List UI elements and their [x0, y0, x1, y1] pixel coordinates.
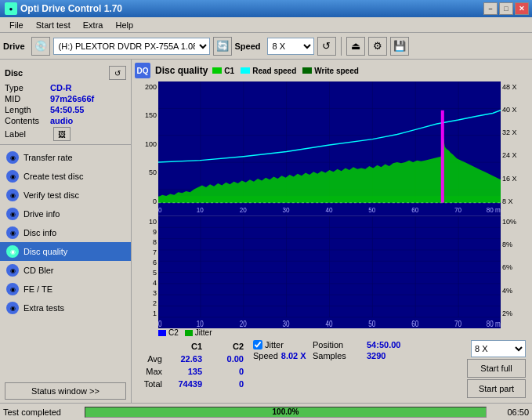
- nav-transfer-rate[interactable]: ◉ Transfer rate: [0, 148, 131, 167]
- jitter-speed-area: Jitter Speed 8.02 X: [247, 340, 309, 360]
- svg-text:70: 70: [454, 319, 461, 328]
- start-full-btn[interactable]: Start full: [467, 359, 526, 378]
- c2-label: C2: [168, 328, 179, 337]
- maximize-button[interactable]: □: [499, 2, 513, 15]
- rotate-icon-btn[interactable]: ↺: [317, 37, 336, 56]
- nav-icon-transfer: ◉: [6, 151, 19, 164]
- nav-disc-quality[interactable]: ◉ Disc quality: [0, 242, 131, 261]
- close-button[interactable]: ✕: [515, 2, 529, 15]
- jitter-checkbox[interactable]: [253, 340, 262, 349]
- nav-fe-te[interactable]: ◉ FE / TE: [0, 280, 131, 299]
- top-chart-svg: 0 10 20 30 40 50 60 70 80 min: [158, 81, 501, 216]
- right-panel: DQ Disc quality C1 Read speed Write spee…: [132, 60, 532, 403]
- stats-avg-row: Avg 22.63 0.00: [138, 353, 244, 365]
- stats-max-label: Max: [138, 367, 165, 376]
- nav-verify-test-disc[interactable]: ◉ Verify test disc: [0, 186, 131, 205]
- speed-select[interactable]: 8 X: [267, 38, 314, 55]
- position-value: 54:50.00: [367, 340, 400, 349]
- svg-text:50: 50: [368, 319, 375, 328]
- c2-legend-box: [158, 330, 166, 336]
- top-chart-area: 0 10 20 30 40 50 60 70 80 min: [158, 81, 501, 216]
- nav-extra-tests[interactable]: ◉ Extra tests: [0, 299, 131, 317]
- speed-label: Speed: [253, 351, 278, 360]
- chart-legend: C1 Read speed Write speed: [212, 67, 358, 75]
- disc-label-icon-btn[interactable]: 🖼: [53, 127, 71, 141]
- stats-max-row: Max 135 0: [138, 365, 244, 378]
- disc-quality-icon: DQ: [135, 63, 150, 78]
- svg-text:60: 60: [411, 205, 418, 214]
- svg-text:40: 40: [325, 205, 332, 214]
- svg-text:20: 20: [240, 319, 247, 328]
- legend-write-speed-box: [302, 67, 312, 74]
- nav-label-disc: Disc info: [24, 228, 56, 237]
- title-bar: ● Opti Drive Control 1.70 – □ ✕: [0, 0, 532, 17]
- svg-text:60: 60: [411, 319, 418, 328]
- nav-drive-info[interactable]: ◉ Drive info: [0, 205, 131, 223]
- nav-label-bler: CD Bler: [24, 266, 54, 275]
- disc-title: Disc: [5, 68, 23, 78]
- menu-extra[interactable]: Extra: [77, 19, 110, 31]
- nav-label-drive: Drive info: [24, 209, 60, 219]
- nav-label-create: Create test disc: [24, 172, 83, 181]
- samples-value: 3290: [367, 351, 385, 360]
- disc-contents-value: audio: [50, 116, 73, 125]
- nav-disc-info[interactable]: ◉ Disc info: [0, 223, 131, 242]
- nav-create-test-disc[interactable]: ◉ Create test disc: [0, 167, 131, 186]
- svg-text:20: 20: [240, 205, 247, 214]
- svg-text:0: 0: [158, 205, 162, 214]
- refresh-drive-btn[interactable]: 🔄: [213, 37, 232, 56]
- disc-quality-header: DQ Disc quality C1 Read speed Write spee…: [135, 63, 529, 78]
- drive-select[interactable]: (H:) PLEXTOR DVDR PX-755A 1.08: [53, 38, 210, 55]
- svg-text:30: 30: [283, 319, 290, 328]
- position-label: Position: [313, 340, 364, 349]
- nav-icon-verify: ◉: [6, 189, 19, 201]
- title-bar-controls: – □ ✕: [483, 2, 529, 15]
- menu-help[interactable]: Help: [109, 19, 139, 31]
- settings-btn[interactable]: ⚙: [368, 37, 387, 56]
- nav-icon-disc: ◉: [6, 226, 19, 239]
- svg-text:40: 40: [325, 319, 332, 328]
- stats-avg-label: Avg: [138, 354, 165, 364]
- menu-start-test[interactable]: Start test: [30, 19, 77, 31]
- svg-text:80 min: 80 min: [487, 205, 501, 214]
- disc-length-row: Length 54:50.55: [5, 105, 126, 114]
- nav-cd-bler[interactable]: ◉ CD Bler: [0, 261, 131, 280]
- disc-quality-title: Disc quality: [155, 65, 208, 76]
- eject-btn[interactable]: ⏏: [346, 37, 365, 56]
- jitter-label: Jitter: [195, 328, 212, 337]
- stats-max-c2: 0: [208, 367, 244, 376]
- stats-avg-c1: 22.63: [165, 354, 208, 364]
- jitter-label-text: Jitter: [265, 340, 284, 349]
- progress-container: 100.0%: [85, 407, 487, 418]
- save-btn[interactable]: 💾: [390, 37, 409, 56]
- menu-bar: File Start test Extra Help: [0, 17, 532, 33]
- legend-c1-box: [212, 67, 222, 74]
- stats-area: C1 C2 Avg 22.63 0.00 Max 135 0 Total 744…: [135, 339, 529, 400]
- status-text: Test completed: [3, 407, 81, 417]
- speed-display-row: Speed 8.02 X: [253, 351, 309, 360]
- menu-file[interactable]: File: [3, 19, 30, 31]
- disc-contents-label: Contents: [5, 116, 50, 125]
- legend-c1-label: C1: [224, 67, 234, 75]
- position-row: Position 54:50.00: [313, 340, 407, 349]
- disc-length-value: 54:50.55: [50, 105, 84, 114]
- nav-label-verify: Verify test disc: [24, 190, 79, 200]
- disc-length-label: Length: [5, 105, 50, 114]
- stats-total-row: Total 74439 0: [138, 378, 244, 390]
- nav-icon-fete: ◉: [6, 283, 19, 295]
- start-part-btn[interactable]: Start part: [467, 379, 526, 398]
- minimize-button[interactable]: –: [483, 2, 498, 15]
- jitter-legend: Jitter: [185, 328, 212, 337]
- drive-icon-btn[interactable]: 💿: [31, 37, 50, 56]
- top-right-axis: 48 X 40 X 32 X 24 X 16 X 8 X: [501, 81, 529, 216]
- svg-text:10: 10: [197, 319, 204, 328]
- bottom-right-axis: 10% 8% 6% 4% 2%: [501, 216, 529, 328]
- test-speed-select[interactable]: 8 X: [471, 340, 526, 357]
- samples-row: Samples 3290: [313, 351, 407, 360]
- status-window-btn[interactable]: Status window >>: [5, 382, 126, 400]
- nav-label-fete: FE / TE: [24, 284, 52, 294]
- svg-text:80 min: 80 min: [487, 319, 501, 328]
- disc-refresh-btn[interactable]: ↺: [109, 66, 126, 80]
- legend-read-speed-label: Read speed: [252, 67, 296, 75]
- nav-label-quality: Disc quality: [24, 247, 67, 256]
